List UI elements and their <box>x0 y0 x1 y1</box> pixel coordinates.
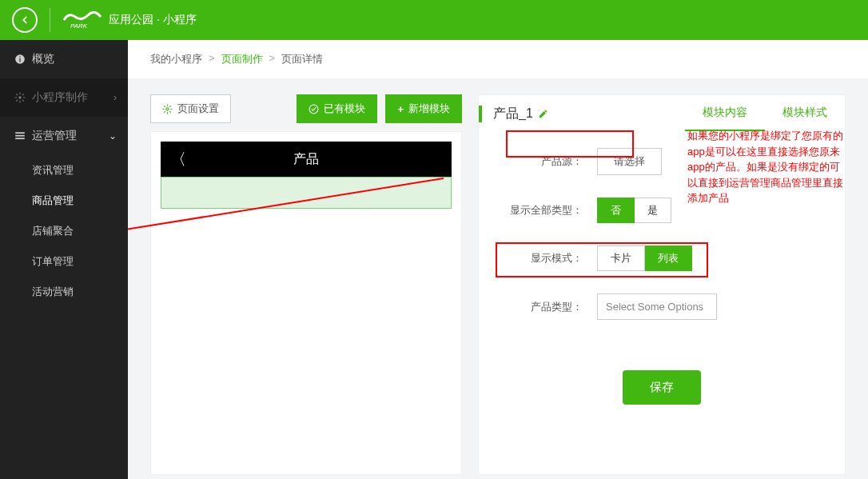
sidebar-item-shops[interactable]: 店铺聚合 <box>0 216 128 246</box>
sidebar-ops[interactable]: 运营管理 ⌄ <box>0 117 128 155</box>
annotation-text: 如果您的小程序是绑定了您原有的app是可以在这里直接选择您原来app的产品。如果… <box>687 128 847 206</box>
chevron-right-icon: › <box>113 92 117 103</box>
logo-icon: PARK <box>62 10 102 30</box>
type-multiselect[interactable]: Select Some Options <box>597 293 717 320</box>
svg-point-4 <box>18 96 22 99</box>
crumb-root[interactable]: 我的小程序 <box>150 52 202 66</box>
sidebar-make-label: 小程序制作 <box>32 90 88 105</box>
source-select[interactable]: 请选择 <box>597 148 662 175</box>
top-bar: PARK 应用公园 · 小程序 <box>0 0 868 40</box>
sidebar-overview[interactable]: 概览 <box>0 40 128 78</box>
toggle-yes[interactable]: 是 <box>635 198 671 223</box>
sidebar-ops-label: 运营管理 <box>32 129 77 143</box>
config-title-text: 产品_1 <box>493 106 533 122</box>
config-header: 产品_1 模块内容 模块样式 <box>479 95 845 132</box>
show-all-toggle: 否 是 <box>597 198 671 223</box>
gear-icon <box>14 92 26 103</box>
sidebar-overview-label: 概览 <box>32 52 54 66</box>
toggle-card[interactable]: 卡片 <box>597 245 645 271</box>
svg-rect-3 <box>19 57 20 58</box>
svg-rect-6 <box>15 135 25 137</box>
type-label: 产品类型： <box>503 300 583 314</box>
back-arrow-icon <box>19 14 30 26</box>
main: 我的小程序 > 页面制作 > 页面详情 页面设置 已有模块 <box>128 40 868 479</box>
list-icon <box>14 130 26 142</box>
show-all-label: 显示全部类型： <box>503 203 583 218</box>
page-setting-button[interactable]: 页面设置 <box>150 94 231 123</box>
back-button[interactable] <box>12 7 38 33</box>
svg-rect-7 <box>15 138 25 139</box>
chevron-down-icon: ⌄ <box>109 130 117 142</box>
sidebar-item-activities[interactable]: 活动营销 <box>0 277 128 307</box>
row-mode: 显示模式： 卡片 列表 <box>503 245 821 271</box>
add-module-button[interactable]: + 新增模块 <box>385 94 462 123</box>
phone-titlebar: 〈 产品 <box>161 142 452 177</box>
breadcrumb: 我的小程序 > 页面制作 > 页面详情 <box>128 40 868 78</box>
svg-rect-2 <box>19 58 20 62</box>
phone-back-icon[interactable]: 〈 <box>170 149 186 170</box>
has-module-label: 已有模块 <box>324 102 365 116</box>
sidebar-item-news[interactable]: 资讯管理 <box>0 155 128 186</box>
svg-rect-5 <box>15 132 25 134</box>
has-module-button[interactable]: 已有模块 <box>297 94 377 123</box>
crumb-link[interactable]: 页面制作 <box>221 52 263 66</box>
crumb-sep: > <box>269 52 276 66</box>
toggle-list[interactable]: 列表 <box>645 245 692 271</box>
phone-title: 产品 <box>161 151 452 168</box>
svg-point-8 <box>166 107 169 110</box>
crumb-current: 页面详情 <box>281 52 323 66</box>
check-circle-icon <box>309 104 319 114</box>
sidebar-item-orders[interactable]: 订单管理 <box>0 246 128 277</box>
plus-icon: + <box>397 103 404 115</box>
save-button[interactable]: 保存 <box>623 370 701 405</box>
sidebar: 概览 小程序制作 › 运营管理 ⌄ 资讯管理 商品管理 店铺聚合 订单管理 活动… <box>0 40 128 479</box>
save-row: 保存 <box>503 370 821 405</box>
topbar-divider <box>50 8 50 32</box>
preview-column: 页面设置 已有模块 + 新增模块 〈 产品 <box>150 94 462 475</box>
config-title: 产品_1 <box>479 106 549 122</box>
source-label: 产品源： <box>503 154 583 169</box>
mode-toggle: 卡片 列表 <box>597 245 692 271</box>
mode-label: 显示模式： <box>503 251 583 265</box>
page-setting-label: 页面设置 <box>177 102 219 116</box>
config-tabs: 模块内容 模块样式 <box>685 96 845 131</box>
add-module-label: 新增模块 <box>408 102 450 116</box>
edit-icon[interactable] <box>538 108 549 119</box>
sidebar-item-products[interactable]: 商品管理 <box>0 186 128 216</box>
toggle-no[interactable]: 否 <box>597 198 635 223</box>
brand-logo: PARK 应用公园 · 小程序 <box>62 10 197 30</box>
gear-icon <box>162 104 173 114</box>
toolbar: 页面设置 已有模块 + 新增模块 <box>150 94 462 123</box>
preview-frame: 〈 产品 <box>150 131 462 475</box>
tab-content[interactable]: 模块内容 <box>685 96 765 131</box>
info-icon <box>14 54 26 65</box>
sidebar-make[interactable]: 小程序制作 › <box>0 78 128 117</box>
crumb-sep: > <box>209 52 215 66</box>
brand-text: 应用公园 · 小程序 <box>109 13 197 27</box>
svg-text:PARK: PARK <box>70 22 88 30</box>
row-type: 产品类型： Select Some Options <box>503 293 821 320</box>
tab-style[interactable]: 模块样式 <box>765 96 845 131</box>
phone-module-block[interactable] <box>161 177 452 209</box>
